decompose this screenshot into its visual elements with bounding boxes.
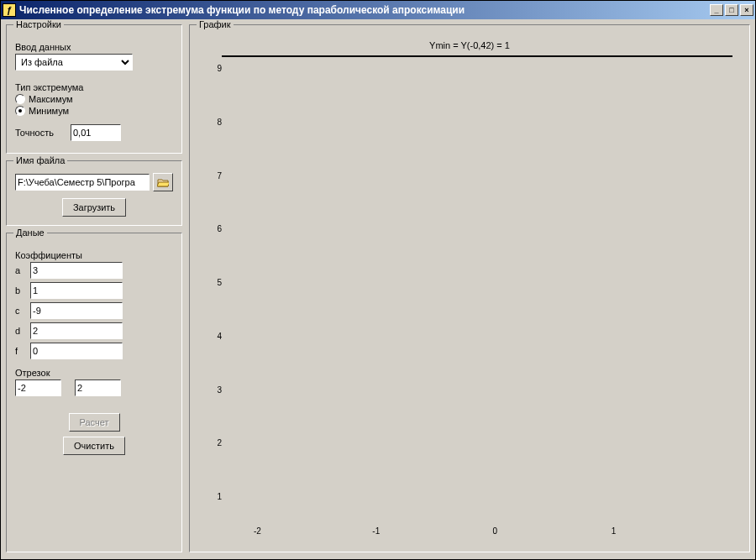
browse-button[interactable] bbox=[153, 173, 173, 191]
radio-minimum[interactable]: Минимум bbox=[15, 106, 173, 116]
radio-dot-max[interactable] bbox=[15, 94, 25, 104]
chart-legend: График bbox=[197, 19, 234, 29]
right-panel: График Ymin = Y(-0,42) = 1 987654321 bbox=[189, 24, 750, 552]
data-legend: Даные bbox=[13, 228, 47, 238]
window-title: Численное определение экстремума функции… bbox=[19, 4, 710, 16]
segment-from-input[interactable] bbox=[15, 379, 61, 396]
segment-label: Отрезок bbox=[15, 368, 173, 378]
chart-x-axis: -2-101 bbox=[222, 526, 732, 545]
input-mode-label: Ввод данных bbox=[15, 42, 173, 52]
settings-group: Настройки Ввод данных Из файла Тип экстр… bbox=[6, 24, 182, 154]
coeff-d-input[interactable] bbox=[30, 322, 123, 339]
file-group: Имя файла Загрузить bbox=[6, 160, 182, 226]
extremum-type-label: Тип экстремума bbox=[15, 82, 173, 92]
coeff-a-label: a bbox=[15, 265, 25, 275]
coeff-c-input[interactable] bbox=[30, 302, 123, 319]
data-group: Даные Коэффициенты a b c d f Отрезок Рас… bbox=[6, 233, 182, 552]
chart-title: Ymin = Y(-0,42) = 1 bbox=[197, 37, 743, 55]
coeff-d-label: d bbox=[15, 326, 25, 336]
radio-maximum[interactable]: Максимум bbox=[15, 94, 173, 104]
minimize-button[interactable]: _ bbox=[710, 4, 723, 16]
left-panel: Настройки Ввод данных Из файла Тип экстр… bbox=[6, 24, 182, 552]
app-window: ƒ Численное определение экстремума функц… bbox=[0, 0, 756, 560]
file-legend: Имя файла bbox=[13, 155, 67, 165]
coeff-f-input[interactable] bbox=[30, 343, 123, 359]
radio-min-label: Минимум bbox=[29, 106, 69, 116]
coeff-label: Коэффициенты bbox=[15, 250, 173, 260]
close-button[interactable]: × bbox=[740, 4, 753, 16]
titlebar: ƒ Численное определение экстремума функц… bbox=[1, 1, 755, 19]
segment-to-input[interactable] bbox=[75, 379, 121, 396]
precision-label: Точность bbox=[15, 128, 66, 138]
coeff-a-input[interactable] bbox=[30, 262, 123, 279]
settings-legend: Настройки bbox=[13, 19, 64, 29]
chart-group: График Ymin = Y(-0,42) = 1 987654321 bbox=[189, 24, 750, 552]
chart-y-axis: 987654321 bbox=[200, 64, 222, 501]
coeff-f-label: f bbox=[15, 346, 25, 356]
coeff-c-label: c bbox=[15, 306, 25, 316]
chart-plot bbox=[222, 55, 732, 57]
radio-max-label: Максимум bbox=[29, 94, 73, 104]
coeff-b-label: b bbox=[15, 285, 25, 296]
folder-open-icon bbox=[157, 177, 169, 187]
maximize-button[interactable]: □ bbox=[725, 4, 738, 16]
app-icon: ƒ bbox=[3, 3, 16, 17]
radio-dot-min[interactable] bbox=[15, 106, 25, 116]
content: Настройки Ввод данных Из файла Тип экстр… bbox=[1, 19, 755, 559]
file-path-input[interactable] bbox=[15, 174, 150, 191]
input-mode-select[interactable]: Из файла bbox=[15, 54, 133, 71]
calculate-button[interactable]: Расчет bbox=[69, 413, 120, 432]
precision-input[interactable] bbox=[71, 124, 121, 141]
window-buttons: _ □ × bbox=[710, 4, 753, 16]
load-button[interactable]: Загрузить bbox=[62, 198, 126, 217]
clear-button[interactable]: Очистить bbox=[63, 437, 125, 455]
coeff-b-input[interactable] bbox=[30, 282, 123, 299]
